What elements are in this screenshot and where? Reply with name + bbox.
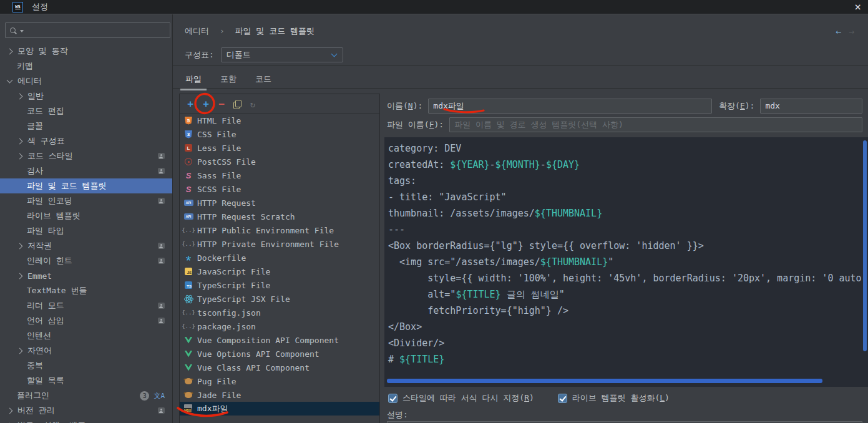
sidebar-item-label: 자연어 bbox=[27, 345, 52, 356]
scheme-label: 구성표: bbox=[185, 49, 214, 61]
sidebar-item-file-encodings[interactable]: 파일 인코딩 bbox=[0, 193, 172, 208]
chevron-right-icon[interactable] bbox=[17, 138, 23, 144]
template-item-sass-file[interactable]: Sass File bbox=[180, 168, 379, 182]
options-row: 스타일에 따라 서식 다시 지정(R) 라이브 템플릿 활성화(L) bbox=[388, 392, 670, 404]
template-item-http-request[interactable]: HTTP Request bbox=[180, 196, 379, 210]
sidebar-item-build-execution-deployment[interactable]: 빌드, 실행, 배포 bbox=[0, 418, 172, 423]
template-item-http-private-environment-file[interactable]: HTTP Private Environment File bbox=[180, 237, 379, 251]
sidebar-item-keymap[interactable]: 키맵 bbox=[0, 59, 172, 74]
sidebar-item-editor[interactable]: 에디터 bbox=[0, 74, 172, 89]
sidebar-item-inspections[interactable]: 검사 bbox=[0, 163, 172, 178]
sidebar-item-copyright[interactable]: 저작권 bbox=[0, 238, 172, 253]
sidebar-item-file-and-code-templates[interactable]: 파일 및 코드 템플릿 bbox=[0, 178, 172, 193]
reformat-checkbox[interactable] bbox=[388, 394, 397, 403]
chevron-down-icon[interactable] bbox=[7, 77, 13, 84]
template-item-label: tsconfig.json bbox=[197, 308, 261, 318]
editor-vertical-scrollbar[interactable] bbox=[863, 140, 867, 351]
chevron-right-icon[interactable] bbox=[7, 407, 13, 414]
tab-includes[interactable]: 포함 bbox=[215, 70, 241, 89]
template-item-dockerfile[interactable]: Dockerfile bbox=[180, 251, 379, 265]
sidebar-item-code-editing[interactable]: 코드 편집 bbox=[0, 104, 172, 119]
template-item-javascript-file[interactable]: JavaScript File bbox=[180, 265, 379, 278]
sidebar-item-label: 할일 목록 bbox=[27, 375, 64, 386]
close-button[interactable]: × bbox=[854, 0, 861, 13]
sidebar-item-todo[interactable]: 할일 목록 bbox=[0, 373, 172, 388]
sidebar-item-language-injections[interactable]: 언어 삽입 bbox=[0, 313, 172, 328]
sidebar-item-natural-languages[interactable]: 자연어 bbox=[0, 343, 172, 358]
sidebar-item-inlay-hints[interactable]: 인레이 힌트 bbox=[0, 253, 172, 268]
chevron-right-icon[interactable] bbox=[17, 153, 23, 159]
scheme-select[interactable]: 디폴트 bbox=[221, 47, 343, 62]
template-item-mdx-file[interactable]: mdx파일 bbox=[180, 402, 379, 416]
create-child-template-button[interactable]: + bbox=[201, 99, 211, 109]
sidebar-item-general[interactable]: 일반 bbox=[0, 89, 172, 104]
tab-files[interactable]: 파일 bbox=[180, 70, 207, 89]
template-item-less-file[interactable]: Less File bbox=[180, 141, 379, 155]
per-project-indicator-icon bbox=[158, 318, 165, 324]
sidebar-item-label: 언어 삽입 bbox=[27, 315, 64, 326]
sidebar-item-font[interactable]: 글꼴 bbox=[0, 119, 172, 134]
sidebar-item-emmet[interactable]: Emmet bbox=[0, 268, 172, 283]
live-template-option[interactable]: 라이브 템플릿 활성화(L) bbox=[558, 392, 670, 404]
template-item-scss-file[interactable]: SCSS File bbox=[180, 182, 379, 196]
chevron-right-icon[interactable] bbox=[17, 273, 23, 279]
reformat-option[interactable]: 스타일에 따라 서식 다시 지정(R) bbox=[388, 392, 534, 404]
breadcrumb-editor[interactable]: 에디터 bbox=[185, 26, 209, 36]
add-template-button[interactable]: + bbox=[185, 99, 195, 109]
template-item-vue-class-api-component[interactable]: Vue Class API Component bbox=[180, 361, 379, 374]
copy-template-button[interactable] bbox=[232, 99, 242, 109]
template-item-css-file[interactable]: CSS File bbox=[180, 127, 379, 141]
template-item-label: TypeScript JSX File bbox=[197, 294, 290, 304]
back-arrow-icon[interactable]: ← bbox=[836, 26, 841, 37]
template-item-tsconfig-json[interactable]: tsconfig.json bbox=[180, 306, 379, 319]
template-item-typescript-file[interactable]: TypeScript File bbox=[180, 278, 379, 292]
sidebar-item-version-control[interactable]: 버전 관리 bbox=[0, 403, 172, 418]
template-item-label: HTTP Public Environment File bbox=[197, 226, 334, 235]
template-item-http-request-scratch[interactable]: HTTP Request Scratch bbox=[180, 210, 379, 223]
settings-search-input[interactable] bbox=[5, 22, 170, 38]
braces-file-icon bbox=[183, 225, 193, 235]
name-input[interactable]: mdx파일 bbox=[428, 99, 712, 114]
sidebar-item-intentions[interactable]: 인텐션 bbox=[0, 328, 172, 343]
chevron-right-icon[interactable] bbox=[17, 348, 23, 354]
editor-line: createdAt: ${YEAR}-${MONTH}-${DAY} bbox=[388, 157, 868, 173]
extension-input[interactable]: mdx bbox=[760, 99, 862, 114]
template-item-label: Vue Composition API Component bbox=[197, 336, 339, 345]
sidebar-item-duplicates[interactable]: 중복 bbox=[0, 358, 172, 373]
sidebar-item-reader-mode[interactable]: 리더 모드 bbox=[0, 298, 172, 313]
sidebar-item-live-templates[interactable]: 라이브 템플릿 bbox=[0, 208, 172, 223]
sidebar-item-label: 리더 모드 bbox=[27, 300, 64, 311]
reset-template-button[interactable]: ↻ bbox=[248, 99, 258, 109]
filename-input[interactable]: 파일 이름 및 경로 생성 템플릿(선택 사항) bbox=[449, 117, 862, 132]
template-item-pug-file[interactable]: Pug File bbox=[180, 374, 379, 388]
per-project-indicator-icon bbox=[158, 258, 165, 264]
sidebar-item-label: 코드 스타일 bbox=[27, 150, 73, 162]
template-item-vue-composition-api-component[interactable]: Vue Composition API Component bbox=[180, 333, 379, 347]
sidebar-item-plugins[interactable]: 플러그인3文A bbox=[0, 388, 172, 403]
chevron-right-icon[interactable] bbox=[7, 48, 13, 54]
sidebar-item-code-style[interactable]: 코드 스타일 bbox=[0, 148, 172, 163]
extension-label: 확장(E): bbox=[719, 100, 754, 112]
template-item-label: HTTP Request bbox=[197, 198, 256, 208]
sidebar-item-label: 저작권 bbox=[27, 240, 52, 251]
sidebar-item-textmate-bundles[interactable]: TextMate 번들 bbox=[0, 283, 172, 298]
pug-file-icon bbox=[183, 376, 193, 386]
editor-horizontal-scrollbar[interactable] bbox=[387, 379, 822, 383]
template-item-html-file[interactable]: HTML File bbox=[180, 114, 379, 127]
live-template-checkbox[interactable] bbox=[558, 394, 567, 403]
template-item-vue-options-api-component[interactable]: Vue Options API Component bbox=[180, 347, 379, 361]
template-item-http-public-environment-file[interactable]: HTTP Public Environment File bbox=[180, 223, 379, 237]
chevron-right-icon[interactable] bbox=[17, 243, 23, 249]
remove-template-button[interactable]: − bbox=[217, 99, 227, 109]
chevron-right-icon[interactable] bbox=[17, 93, 23, 99]
template-item-package-json[interactable]: package.json bbox=[180, 319, 379, 333]
template-item-typescript-jsx-file[interactable]: TypeScript JSX File bbox=[180, 292, 379, 306]
template-item-postcss-file[interactable]: PostCSS File bbox=[180, 155, 379, 168]
sidebar-item-file-types[interactable]: 파일 타입 bbox=[0, 223, 172, 238]
template-editor[interactable]: category: DEVcreatedAt: ${YEAR}-${MONTH}… bbox=[384, 137, 868, 387]
search-options-caret-icon bbox=[20, 30, 24, 32]
template-item-jade-file[interactable]: Jade File bbox=[180, 388, 379, 402]
sidebar-item-color-scheme[interactable]: 색 구성표 bbox=[0, 134, 172, 148]
sidebar-item-appearance-behavior[interactable]: 모양 및 동작 bbox=[0, 44, 172, 59]
tab-code[interactable]: 코드 bbox=[250, 70, 276, 89]
